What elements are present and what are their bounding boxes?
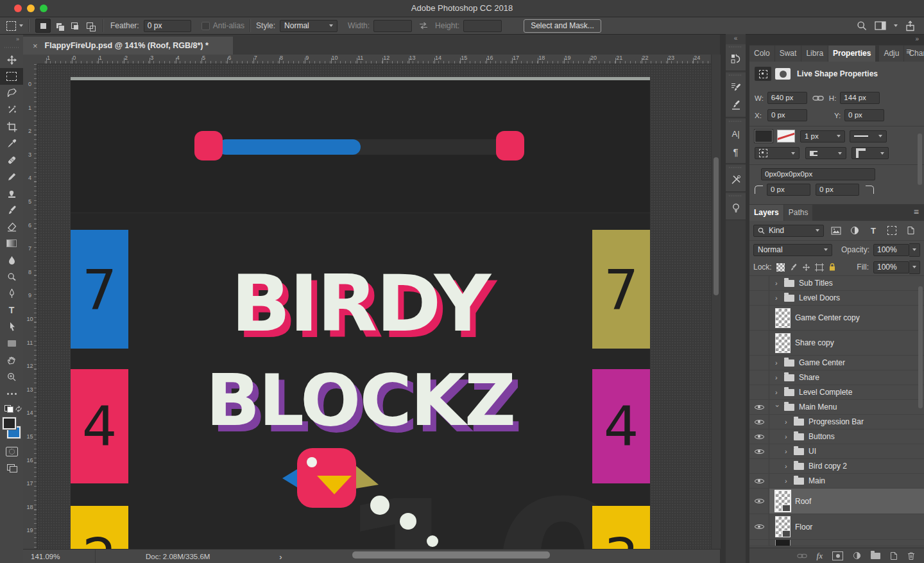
visibility-toggle[interactable]: [749, 400, 769, 414]
chevron-right-icon[interactable]: ›: [785, 433, 789, 440]
visibility-toggle[interactable]: [749, 514, 769, 539]
healing-brush-tool[interactable]: [0, 152, 23, 168]
new-group-icon[interactable]: [871, 553, 880, 559]
add-selection-mode-button[interactable]: [52, 19, 66, 32]
layer-main[interactable]: › Progression Bar: [769, 415, 924, 429]
history-brush-tool[interactable]: [0, 202, 23, 218]
adjustment-layer-icon[interactable]: [853, 551, 861, 560]
layers-panel-tab[interactable]: Paths: [784, 205, 813, 221]
layer-main[interactable]: › Floor: [769, 514, 924, 539]
pen-tool[interactable]: [0, 285, 23, 302]
y-prop-input[interactable]: 0 px: [844, 109, 884, 121]
tool-preset-picker[interactable]: [6, 21, 23, 31]
layer-row[interactable]: › Level Doors: [749, 291, 924, 306]
lock-all-button[interactable]: [828, 263, 836, 272]
layer-name[interactable]: Level Complete: [799, 388, 852, 397]
panel-grip[interactable]: [729, 119, 742, 123]
layer-row[interactable]: › Roof: [749, 489, 924, 514]
color-swatches-widget[interactable]: [2, 417, 21, 439]
panel-menu-icon[interactable]: ≡: [906, 46, 911, 56]
chevron-right-icon[interactable]: ›: [775, 374, 780, 381]
opacity-dropdown[interactable]: [909, 243, 920, 257]
eraser-tool[interactable]: [0, 218, 23, 235]
feather-input[interactable]: 0 px: [144, 20, 191, 32]
shape-tool[interactable]: [0, 335, 23, 352]
zoom-tool[interactable]: [0, 368, 23, 385]
layer-row[interactable]: › Game Center: [749, 356, 924, 370]
swap-dimensions-icon[interactable]: [418, 21, 429, 30]
lock-pixels-button[interactable]: [789, 263, 798, 272]
layer-row[interactable]: › Buttons: [749, 429, 924, 444]
panel-grip[interactable]: [729, 73, 742, 77]
antialias-checkbox[interactable]: [201, 22, 210, 30]
zoom-level-field[interactable]: 141.09%: [23, 550, 96, 563]
chevron-right-icon[interactable]: ›: [775, 359, 780, 367]
layer-thumbnail[interactable]: [775, 308, 791, 328]
chevron-right-icon[interactable]: ›: [785, 477, 789, 485]
fill-color-swatch[interactable]: [755, 130, 773, 143]
layer-main[interactable]: › Level Complete: [769, 385, 924, 399]
vertical-scrollbar-thumb[interactable]: [714, 157, 719, 295]
visibility-toggle[interactable]: [749, 356, 769, 370]
mask-properties-button[interactable]: [775, 68, 791, 80]
layer-row[interactable]: › Floor: [749, 514, 924, 540]
chevron-right-icon[interactable]: ›: [775, 294, 780, 302]
layer-thumbnail[interactable]: [775, 516, 791, 537]
style-select[interactable]: Normal: [280, 20, 338, 32]
stroke-color-swatch[interactable]: [777, 130, 795, 143]
add-mask-icon[interactable]: [832, 551, 843, 560]
layer-row[interactable]: › Main: [749, 474, 924, 489]
layer-main[interactable]: › UI: [769, 444, 924, 458]
layer-name[interactable]: Share copy: [795, 338, 834, 347]
visibility-toggle[interactable]: [749, 540, 769, 546]
new-layer-icon[interactable]: [890, 551, 898, 560]
shape-properties-button[interactable]: [755, 67, 771, 81]
character-panel-button[interactable]: A|: [726, 125, 746, 143]
crop-tool[interactable]: [0, 118, 23, 135]
subtract-selection-mode-button[interactable]: [67, 19, 81, 32]
move-tool[interactable]: [0, 51, 23, 68]
layer-name[interactable]: Floor: [795, 523, 812, 532]
chevron-right-icon[interactable]: ›: [785, 447, 789, 455]
layer-main[interactable]: › Share copy: [769, 331, 924, 355]
width-prop-input[interactable]: 640 px: [767, 92, 807, 104]
layer-row[interactable]: › Share: [749, 370, 924, 385]
layer-row[interactable]: › Bird copy 2: [749, 459, 924, 474]
layer-main[interactable]: › Share: [769, 370, 924, 385]
visibility-toggle[interactable]: [749, 306, 769, 330]
blur-tool[interactable]: [0, 252, 23, 268]
corner-radius-left-input[interactable]: 0 px: [767, 184, 810, 196]
layer-name[interactable]: Level Doors: [799, 293, 840, 302]
visibility-toggle[interactable]: [749, 459, 769, 473]
search-icon[interactable]: [857, 21, 867, 31]
default-colors-widget[interactable]: [0, 402, 23, 416]
chevron-right-icon[interactable]: ›: [775, 279, 780, 287]
layer-row[interactable]: ›: [749, 540, 924, 546]
stroke-cap-select[interactable]: [805, 147, 846, 159]
visibility-toggle[interactable]: [749, 444, 769, 458]
hand-tool[interactable]: [0, 352, 23, 368]
foreground-color-swatch[interactable]: [3, 417, 16, 429]
panel-grip[interactable]: [729, 193, 742, 198]
panel-grip[interactable]: [729, 165, 742, 169]
link-layers-icon[interactable]: [797, 553, 807, 559]
height-prop-input[interactable]: 144 px: [840, 92, 880, 104]
blend-mode-select[interactable]: Normal: [753, 244, 832, 256]
layer-effects-icon[interactable]: fx: [817, 551, 823, 561]
x-prop-input[interactable]: 0 px: [767, 109, 807, 121]
visibility-toggle[interactable]: [749, 429, 769, 444]
height-input[interactable]: [463, 20, 502, 32]
chevron-right-icon[interactable]: ›: [785, 462, 789, 470]
paragraph-panel-button[interactable]: ¶: [726, 143, 746, 160]
history-panel-button[interactable]: [726, 50, 746, 68]
visibility-toggle[interactable]: [749, 291, 769, 305]
delete-layer-icon[interactable]: [907, 551, 915, 560]
layer-name[interactable]: Roof: [795, 497, 811, 506]
tools-panel-button[interactable]: [726, 171, 746, 189]
chevron-right-icon[interactable]: ›: [775, 388, 780, 396]
layer-main[interactable]: › Main Menu: [769, 400, 924, 414]
fill-value[interactable]: 100%: [873, 261, 909, 273]
opacity-value[interactable]: 100%: [873, 244, 909, 256]
corner-radius-right-input[interactable]: 0 px: [816, 184, 859, 196]
ruler-origin-corner[interactable]: [23, 55, 38, 65]
